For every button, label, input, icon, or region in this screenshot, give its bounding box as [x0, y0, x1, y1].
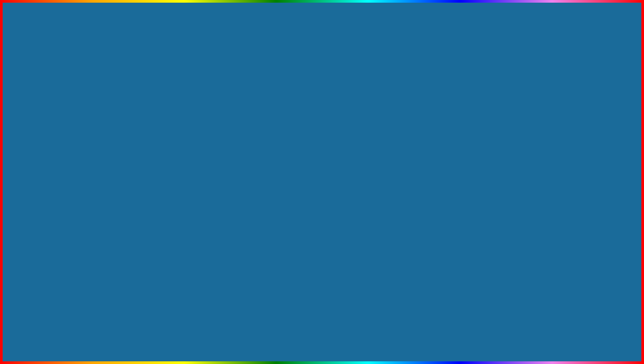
character-figure: 🥷	[280, 77, 364, 155]
auto-complete-cyborg-btn[interactable]: Auto Complete Cyborg Trial	[537, 144, 611, 154]
teleport-safe-zone-btn[interactable]: Teleport To Safe Zone When Pvp (Must Be …	[537, 156, 611, 170]
stamina-fill	[33, 149, 164, 153]
sea-beast-2-left: 🐋 Auto Sea Beast Hop	[109, 204, 164, 216]
blox-word: BLO	[555, 318, 592, 337]
race-window-title: Z ZEN HUB | BLOX FRUIT	[460, 97, 518, 103]
health-bar	[33, 138, 188, 141]
left-window-titlebar: Z ZEN HUB | BLOX FRUIT 🎮 ✕	[29, 94, 192, 106]
logo-icon-container: ☠️	[548, 289, 611, 316]
bell-label: Bell : 60756374	[33, 155, 188, 160]
sea-beast-row-1: 🐋 Auto Sea Beast	[106, 182, 204, 201]
user-info: XxArSendxX (Sky)	[55, 116, 96, 123]
race-window-title-text: ZEN HUB | BLOX FRUIT	[469, 98, 518, 103]
teleport-temple-btn[interactable]: Teleport To Timple Of Time	[460, 132, 534, 142]
mirage-title-text: \\ Mirage Island //	[314, 152, 347, 157]
health-bar-container: Health : 12345/12345	[33, 133, 188, 141]
sea-beast-1-left: 🐋 Auto Sea Beast	[109, 185, 154, 197]
auto-complete-angel-btn[interactable]: Auto Complete Angel Trial	[537, 120, 611, 130]
sea-beasts-title: \\ Sea Beasts //	[106, 170, 204, 175]
left-window-title: Z ZEN HUB | BLOX FRUIT	[33, 97, 91, 103]
full-moon-label: Full Moon 50%	[290, 165, 319, 170]
select-weapon-label: Select Weapon : Melee	[37, 200, 78, 205]
zen-icon: Z	[33, 97, 39, 103]
teleport-great-tree-btn[interactable]: Teleport To Top Of GreatTree	[460, 120, 534, 130]
person-icon: 👤	[280, 174, 286, 179]
moon-icon: 🌕	[280, 164, 287, 171]
mirage-3-left: ⚡ Teleport To Gear	[282, 222, 328, 232]
auto-farm-text: AUTO FARM	[78, 315, 308, 357]
teleport-pvp-zone-btn[interactable]: Teleport Pvp Zone (Must Be in Temple Of …	[537, 172, 611, 186]
sea-beast-2-checkbox[interactable]	[194, 207, 202, 214]
race-zen-icon: Z	[460, 97, 466, 103]
sea-beast-row-2: 🐋 Auto Sea Beast Hop	[106, 201, 204, 220]
auto-complete-rabbit-btn[interactable]: Auto Complete Rabbit Trial	[537, 132, 611, 142]
race-discord-icon[interactable]: 🎮	[597, 97, 604, 103]
race-nav-users[interactable]: 👥	[564, 196, 574, 205]
fruits-word: FRUITS	[548, 338, 611, 357]
select-farm-method-label: Select Farm Method : Upper	[37, 212, 87, 217]
nav-icon-chest[interactable]: 🎁	[77, 237, 86, 247]
race-v4-title: Race V4	[488, 110, 505, 115]
race-left-col: Teleport To Top Of GreatTree Teleport To…	[460, 120, 534, 188]
discord-icon[interactable]: 🎮	[173, 97, 180, 103]
race-window: Z ZEN HUB | BLOX FRUIT 🎮 ✕ Race V4 Auto …	[455, 94, 616, 209]
sea-beasts-content: 🐋 Auto Sea Beast 🐋 Auto Sea Beast Hop	[102, 178, 208, 224]
sea-beasts-window: \\ Sea Beasts // 🐋 Auto Sea Beast 🐋 Auto…	[102, 167, 209, 224]
race-nav-grid[interactable]: ⊞	[511, 196, 520, 205]
red-x-icon: ✗	[338, 174, 342, 179]
pastebin-text: PASTEBIN	[425, 321, 566, 352]
sea-beast-2-label: Auto Sea Beast Hop	[124, 208, 164, 213]
left-window-title-text: ZEN HUB | BLOX FRUIT	[42, 98, 91, 103]
script-text: SCRIPT	[314, 321, 418, 352]
race-nav-face[interactable]: ☺	[524, 196, 534, 205]
select-mode-label: Select Mode Farm : Level Farm	[37, 188, 93, 193]
race-close-button[interactable]: ✕	[607, 97, 611, 103]
stamina-bar	[33, 149, 188, 153]
mirage-title: \\ Mirage Island //	[280, 152, 381, 157]
mirage-3-checkbox[interactable]	[372, 223, 379, 231]
race-grid: Teleport To Top Of GreatTree Teleport To…	[460, 120, 611, 188]
logo-text: BLOX FRUITS	[548, 317, 611, 357]
mirage-2-checkbox[interactable]	[372, 207, 379, 214]
race-nav-target[interactable]: 🎯	[498, 196, 507, 205]
main-title: BLOX FRUITS	[0, 10, 644, 71]
mirage-1-label: Auto Mirage Island	[296, 192, 332, 197]
nav-icon-chart[interactable]: 📊	[120, 237, 129, 247]
left-window-controls: 🎮 ✕	[173, 97, 188, 103]
race-window-nav: 🎯 ⊞ ☺ 🛒 ⊡ 👥	[456, 192, 615, 208]
nav-icon-person[interactable]: 👤	[134, 237, 143, 247]
sea-beast-1-icon: 🐋	[109, 185, 121, 197]
mirage-3-icon: ⚡	[282, 222, 292, 232]
health-fill	[33, 138, 188, 141]
nav-icon-gear[interactable]: ⚙	[91, 237, 100, 247]
left-close-button[interactable]: ✕	[183, 97, 188, 103]
sea-beasts-titlebar: \\ Sea Beasts //	[102, 167, 208, 178]
mirage-1-checkbox[interactable]	[372, 191, 379, 198]
bottom-section: AUTO FARM SCRIPT PASTEBIN	[0, 315, 644, 357]
mirage-status-row: 👤 Mirage Island Not Found ✗	[280, 174, 380, 179]
logo-circle: ☠️	[566, 289, 593, 316]
mirage-2-label: Auto Mirage Island [HOP]	[296, 208, 345, 213]
auto-trials-title: Auto Trials	[561, 110, 583, 115]
mirage-row-1: ⚡ Auto Mirage Island	[280, 186, 380, 203]
mirage-content: 🌕 Full Moon 50% 👤 Mirage Island Not Foun…	[276, 160, 385, 240]
full-moon-row: 🌕 Full Moon 50%	[280, 164, 380, 171]
race-window-controls: 🎮 ✕	[597, 97, 611, 103]
sea-beasts-title-text: \\ Sea Beasts //	[140, 170, 170, 175]
sea-beast-1-label: Auto Sea Beast	[124, 189, 154, 194]
race-nav-cart[interactable]: 🛒	[538, 196, 547, 205]
mirage-1-left: ⚡ Auto Mirage Island	[282, 189, 332, 200]
race-nav-apps[interactable]: ⊡	[551, 196, 560, 205]
nav-icon-sword[interactable]: ⚔	[105, 237, 115, 247]
health-label: Health : 12345/12345	[33, 133, 188, 137]
mirage-2-left: ⚡ Auto Mirage Island [HOP]	[282, 205, 345, 216]
race-header: Race V4 Auto Trials	[460, 110, 611, 115]
sea-beast-2-icon: 🐋	[109, 204, 121, 216]
mirage-divider	[280, 183, 380, 183]
blox-fruits-logo: ☠️ BLOX FRUITS	[548, 289, 611, 357]
mirage-row-2: ⚡ Auto Mirage Island [HOP]	[280, 203, 380, 219]
race-window-titlebar: Z ZEN HUB | BLOX FRUIT 🎮 ✕	[456, 94, 615, 106]
mirage-2-icon: ⚡	[282, 205, 292, 216]
mirage-1-icon: ⚡	[282, 189, 292, 200]
sea-beast-1-checkbox[interactable]	[194, 188, 202, 195]
